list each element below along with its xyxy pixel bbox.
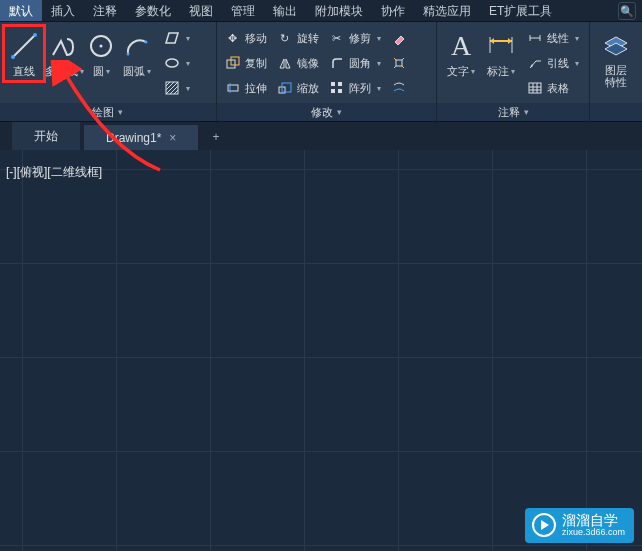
ellipse-button[interactable]: ▾ bbox=[160, 51, 194, 75]
menu-view[interactable]: 视图 bbox=[180, 0, 222, 21]
chevron-down-icon: ▾ bbox=[80, 67, 84, 76]
move-button[interactable]: ✥移动 bbox=[221, 26, 271, 50]
text-icon: A bbox=[445, 28, 477, 64]
chevron-down-icon: ▾ bbox=[106, 67, 110, 76]
offset-button[interactable] bbox=[387, 76, 411, 100]
chevron-down-icon: ▾ bbox=[186, 84, 190, 93]
menu-output[interactable]: 输出 bbox=[264, 0, 306, 21]
modify-group-title[interactable]: 修改▾ bbox=[217, 103, 437, 121]
menu-default[interactable]: 默认 bbox=[0, 0, 42, 21]
ribbon-group-layer: 图层 特性 bbox=[590, 22, 642, 121]
menu-parametric[interactable]: 参数化 bbox=[126, 0, 180, 21]
erase-icon bbox=[391, 30, 407, 46]
circle-icon bbox=[85, 28, 117, 64]
chevron-down-icon: ▾ bbox=[377, 59, 381, 68]
trim-button[interactable]: ✂修剪▾ bbox=[325, 26, 385, 50]
leader-button[interactable]: 引线▾ bbox=[523, 51, 583, 75]
array-button[interactable]: 阵列▾ bbox=[325, 76, 385, 100]
tab-start[interactable]: 开始 bbox=[12, 122, 80, 150]
rectangle-icon bbox=[164, 30, 180, 46]
layer-group-title bbox=[590, 103, 642, 121]
hatch-icon bbox=[164, 80, 180, 96]
explode-button[interactable] bbox=[387, 51, 411, 75]
scale-button[interactable]: 缩放 bbox=[273, 76, 323, 100]
menu-featured-apps[interactable]: 精选应用 bbox=[414, 0, 480, 21]
svg-line-12 bbox=[170, 86, 178, 94]
svg-line-25 bbox=[394, 58, 396, 60]
tab-drawing1[interactable]: Drawing1* × bbox=[84, 125, 198, 150]
offset-icon bbox=[391, 80, 407, 96]
svg-rect-20 bbox=[331, 82, 335, 86]
menu-annotate[interactable]: 注释 bbox=[84, 0, 126, 21]
menu-collaborate[interactable]: 协作 bbox=[372, 0, 414, 21]
document-tab-row: 开始 Drawing1* × + bbox=[0, 122, 642, 150]
dimension-button[interactable]: 标注▾ bbox=[481, 26, 521, 81]
tab-new-button[interactable]: + bbox=[202, 124, 229, 150]
ellipse-icon bbox=[164, 55, 180, 71]
array-icon bbox=[329, 80, 345, 96]
mirror-icon bbox=[277, 55, 293, 71]
menu-insert[interactable]: 插入 bbox=[42, 0, 84, 21]
svg-rect-22 bbox=[331, 89, 335, 93]
watermark-url: zixue.3d66.com bbox=[562, 528, 625, 538]
copy-button[interactable]: 复制 bbox=[221, 51, 271, 75]
polyline-button[interactable]: 多段线▾ bbox=[44, 26, 84, 81]
draw-group-title[interactable]: 绘图▾ bbox=[0, 103, 216, 121]
chevron-down-icon: ▾ bbox=[524, 107, 529, 117]
chevron-down-icon: ▾ bbox=[186, 59, 190, 68]
ribbon-group-draw: 直线 多段线▾ 圆▾ 圆弧▾ ▾ bbox=[0, 22, 217, 121]
stretch-icon bbox=[225, 80, 241, 96]
svg-point-6 bbox=[145, 41, 148, 44]
layer-properties-button[interactable]: 图层 特性 bbox=[594, 26, 638, 90]
linear-dim-button[interactable]: 线性▾ bbox=[523, 26, 583, 50]
menu-addins[interactable]: 附加模块 bbox=[306, 0, 372, 21]
chevron-down-icon: ▾ bbox=[118, 107, 123, 117]
fillet-button[interactable]: 圆角▾ bbox=[325, 51, 385, 75]
search-icon[interactable]: 🔍 bbox=[618, 2, 636, 20]
svg-marker-32 bbox=[490, 38, 494, 44]
annotation-group-title[interactable]: 注释▾ bbox=[437, 103, 589, 121]
viewport-label[interactable]: [-][俯视][二维线框] bbox=[6, 164, 102, 181]
scale-icon bbox=[277, 80, 293, 96]
svg-rect-21 bbox=[338, 82, 342, 86]
polyline-label: 多段线 bbox=[45, 64, 78, 79]
svg-line-27 bbox=[394, 66, 396, 68]
svg-rect-23 bbox=[338, 89, 342, 93]
fillet-icon bbox=[329, 55, 345, 71]
table-button[interactable]: 表格 bbox=[523, 76, 583, 100]
hatch-button[interactable]: ▾ bbox=[160, 76, 194, 100]
erase-button[interactable] bbox=[387, 26, 411, 50]
svg-line-13 bbox=[174, 90, 178, 94]
chevron-down-icon: ▾ bbox=[575, 34, 579, 43]
text-button[interactable]: A 文字▾ bbox=[441, 26, 481, 81]
chevron-down-icon: ▾ bbox=[471, 67, 475, 76]
menu-manage[interactable]: 管理 bbox=[222, 0, 264, 21]
linear-icon bbox=[527, 30, 543, 46]
mirror-button[interactable]: 镜像 bbox=[273, 51, 323, 75]
arc-button[interactable]: 圆弧▾ bbox=[118, 26, 156, 81]
circle-button[interactable]: 圆▾ bbox=[84, 26, 118, 81]
play-icon bbox=[532, 513, 556, 537]
menubar: 默认 插入 注释 参数化 视图 管理 输出 附加模块 协作 精选应用 ET扩展工… bbox=[0, 0, 642, 22]
layer-properties-label: 图层 特性 bbox=[605, 64, 627, 88]
circle-label: 圆 bbox=[93, 64, 104, 79]
svg-line-26 bbox=[402, 58, 404, 60]
draw-small-tools: ▾ ▾ ▾ bbox=[160, 26, 194, 100]
copy-icon bbox=[225, 55, 241, 71]
svg-point-1 bbox=[11, 55, 15, 59]
svg-rect-24 bbox=[396, 60, 402, 66]
menu-et-tools[interactable]: ET扩展工具 bbox=[480, 0, 561, 21]
stretch-button[interactable]: 拉伸 bbox=[221, 76, 271, 100]
rectangle-button[interactable]: ▾ bbox=[160, 26, 194, 50]
chevron-down-icon: ▾ bbox=[511, 67, 515, 76]
rotate-button[interactable]: ↻旋转 bbox=[273, 26, 323, 50]
svg-marker-33 bbox=[508, 38, 512, 44]
line-button[interactable]: 直线 bbox=[4, 26, 44, 81]
ribbon-group-modify: ✥移动 复制 拉伸 ↻旋转 镜像 缩放 ✂修剪▾ 圆角▾ 阵列▾ 修改▾ bbox=[217, 22, 438, 121]
move-icon: ✥ bbox=[225, 30, 241, 46]
svg-point-5 bbox=[127, 53, 130, 56]
svg-point-4 bbox=[100, 45, 103, 48]
chevron-down-icon: ▾ bbox=[147, 67, 151, 76]
close-icon[interactable]: × bbox=[169, 131, 176, 145]
drawing-canvas[interactable]: [-][俯视][二维线框] bbox=[0, 150, 642, 551]
